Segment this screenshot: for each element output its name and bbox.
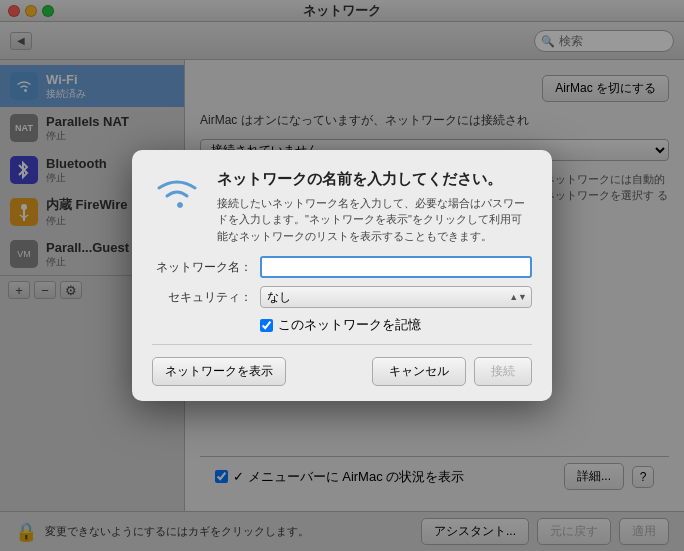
connect-button[interactable]: 接続: [474, 357, 532, 386]
security-select[interactable]: なし WEP WPA/WPA2 Personal WPA2 Personal: [260, 286, 532, 308]
security-select-wrapper: なし WEP WPA/WPA2 Personal WPA2 Personal ▲…: [260, 286, 532, 308]
network-name-input[interactable]: [260, 256, 532, 278]
modal-dialog: ネットワークの名前を入力してください。 接続したいネットワーク名を入力して、必要…: [132, 150, 552, 402]
modal-form: ネットワーク名： セキュリティ： なし WEP WPA/WPA2 Persona…: [152, 256, 532, 334]
modal-wifi-icon: [152, 170, 202, 220]
network-name-row: ネットワーク名：: [152, 256, 532, 278]
main-window: ネットワーク ◀ 🔍 Wi-Fi 接続済み: [0, 0, 684, 551]
modal-header: ネットワークの名前を入力してください。 接続したいネットワーク名を入力して、必要…: [152, 170, 532, 245]
modal-buttons: ネットワークを表示 キャンセル 接続: [152, 344, 532, 386]
modal-text-area: ネットワークの名前を入力してください。 接続したいネットワーク名を入力して、必要…: [217, 170, 532, 245]
security-row: セキュリティ： なし WEP WPA/WPA2 Personal WPA2 Pe…: [152, 286, 532, 308]
modal-overlay: ネットワークの名前を入力してください。 接続したいネットワーク名を入力して、必要…: [0, 0, 684, 551]
remember-network-checkbox[interactable]: [260, 319, 273, 332]
remember-network-row: このネットワークを記憶: [260, 316, 532, 334]
show-networks-button[interactable]: ネットワークを表示: [152, 357, 286, 386]
modal-title: ネットワークの名前を入力してください。: [217, 170, 532, 189]
security-label: セキュリティ：: [152, 289, 252, 306]
cancel-button[interactable]: キャンセル: [372, 357, 466, 386]
remember-network-label: このネットワークを記憶: [278, 316, 421, 334]
network-name-label: ネットワーク名：: [152, 259, 252, 276]
modal-description: 接続したいネットワーク名を入力して、必要な場合はパスワードを入力します。"ネット…: [217, 195, 532, 245]
